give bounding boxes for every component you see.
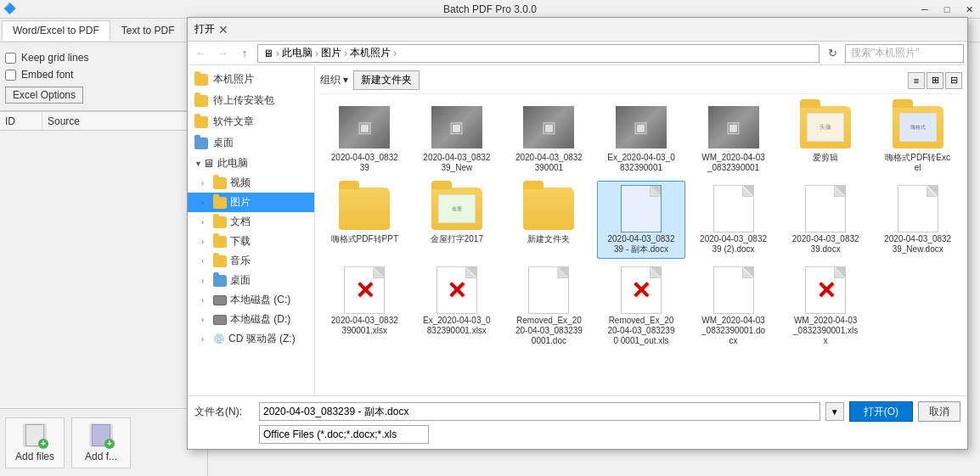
embed-font-checkbox[interactable] xyxy=(5,70,16,81)
folder-icon xyxy=(213,255,227,267)
file-item[interactable]: 头像 爱剪辑 xyxy=(781,99,870,177)
file-item[interactable]: Removed_Ex_2020-04-03_083239 0001.doc xyxy=(504,262,594,350)
file-item[interactable]: 2020-04-03_083239 xyxy=(320,99,409,177)
hdd-icon xyxy=(213,295,227,305)
view-list-button[interactable]: ≡ xyxy=(908,72,925,89)
embed-font-label: Embed font xyxy=(21,69,73,81)
file-name: WM_2020-04-03_0832390001.docx xyxy=(700,316,768,346)
file-thumbnail: 嗨格式 xyxy=(891,104,945,151)
sidebar-label-下载: 下载 xyxy=(230,234,251,249)
sidebar-item-z-drive[interactable]: › 💿 CD 驱动器 (Z:) xyxy=(188,329,314,349)
forward-button[interactable]: → xyxy=(213,44,232,63)
content-toolbar: 组织 ▾ 新建文件夹 ≡ ⊞ ⊟ xyxy=(320,70,962,94)
filetype-filter[interactable] xyxy=(259,425,429,444)
sidebar-item-待上传[interactable]: 待上传安装包 xyxy=(188,90,314,111)
docx-icon xyxy=(898,185,938,232)
sidebar-item-本机照片[interactable]: 本机照片 xyxy=(188,69,314,90)
close-button[interactable]: ✕ xyxy=(958,0,980,19)
xls-icon: ✕ xyxy=(621,266,662,314)
file-item[interactable]: WM_2020-04-03_0832390001 xyxy=(689,99,778,177)
file-thumbnail: 金屋 xyxy=(430,185,484,232)
docx-icon xyxy=(621,185,662,232)
filename-row: 文件名(N): ▼ 打开(O) 取消 xyxy=(194,401,960,422)
sidebar-item-d-drive[interactable]: › 本地磁盘 (D:) xyxy=(188,310,314,329)
file-item[interactable]: 2020-04-03_083239 (2).docx xyxy=(689,181,778,259)
file-item[interactable]: 2020-04-03_083239.docx xyxy=(781,181,870,259)
file-item[interactable]: 嗨格式 嗨格式PDF转Excel xyxy=(873,99,962,177)
view-grid-button[interactable]: ⊞ xyxy=(926,72,943,89)
left-options: Keep grid lines Embed font Excel Options xyxy=(0,42,207,111)
file-thumbnail xyxy=(430,104,484,151)
file-name: 2020-04-03_083239 xyxy=(330,153,398,173)
file-item[interactable]: 2020-04-03_083239_New.docx xyxy=(873,181,962,259)
dialog-close-button[interactable]: ✕ xyxy=(215,21,232,38)
refresh-button[interactable]: ↻ xyxy=(823,44,842,63)
sidebar-item-下载[interactable]: › 下载 xyxy=(188,232,314,251)
breadcrumb-bar[interactable]: 🖥 › 此电脑 › 图片 › 本机照片 › xyxy=(257,44,819,63)
view-details-button[interactable]: ⊟ xyxy=(945,72,962,89)
sidebar-item-此电脑[interactable]: ▼ 🖥 此电脑 xyxy=(188,154,314,173)
maximize-button[interactable]: □ xyxy=(936,0,958,19)
sidebar-item-视频[interactable]: › 视频 xyxy=(188,173,314,193)
file-item[interactable]: ✕ Removed_Ex_2020-04-03_0832390 0001_out… xyxy=(597,262,686,350)
filename-input[interactable] xyxy=(259,402,820,421)
file-item[interactable]: 2020-04-03_0832390001 xyxy=(504,99,594,177)
sidebar-item-桌面[interactable]: › 桌面 xyxy=(188,271,314,290)
file-thumbnail xyxy=(891,185,945,232)
folder-icon xyxy=(213,197,227,209)
keep-grid-checkbox[interactable] xyxy=(5,53,16,64)
back-button[interactable]: ← xyxy=(191,44,210,63)
xlsx-icon: ✕ xyxy=(344,266,385,314)
file-name: 2020-04-03_083239_New.docx xyxy=(884,234,952,255)
add-files-button-2[interactable]: + Add f... xyxy=(71,417,131,468)
file-item[interactable]: WM_2020-04-03_0832390001.docx xyxy=(689,262,778,350)
table-header: ID Source xyxy=(0,112,207,131)
sidebar-item-软件文章[interactable]: 软件文章 xyxy=(188,111,314,132)
file-item[interactable]: ✕ Ex_2020-04-03_0832390001.xlsx xyxy=(413,262,502,350)
file-item[interactable]: 2020-04-03_083239_New xyxy=(413,99,502,177)
new-folder-button[interactable]: 新建文件夹 xyxy=(353,70,420,90)
folder-icon-large xyxy=(339,188,390,230)
file-item[interactable]: ✕ 2020-04-03_0832390001.xlsx xyxy=(320,262,409,350)
organize-button[interactable]: 组织 ▾ xyxy=(320,73,348,87)
photo-icon xyxy=(431,106,482,148)
minimize-button[interactable]: ─ xyxy=(914,0,936,19)
breadcrumb-1: 此电脑 xyxy=(282,46,313,60)
cancel-button[interactable]: 取消 xyxy=(918,401,960,422)
file-thumbnail xyxy=(798,185,853,232)
folder-icon xyxy=(213,236,227,248)
keep-grid-option: Keep grid lines xyxy=(5,49,202,66)
file-item[interactable]: ✕ WM_2020-04-03_0832390001.xlsx xyxy=(781,262,870,350)
sidebar-item-图片[interactable]: › 图片 xyxy=(188,193,314,212)
file-item[interactable]: 嗨格式PDF转PPT xyxy=(320,181,409,259)
file-name: 金屋打字2017 xyxy=(431,234,483,244)
dialog-content: 组织 ▾ 新建文件夹 ≡ ⊞ ⊟ 2020-04-03_083239 xyxy=(315,65,967,395)
app-title: Batch PDF Pro 3.0.0 xyxy=(443,3,537,15)
breadcrumb-root: 🖥 xyxy=(263,48,273,59)
filename-dropdown-button[interactable]: ▼ xyxy=(825,402,844,421)
sidebar-label-视频: 视频 xyxy=(230,176,251,190)
sidebar-item-音乐[interactable]: › 音乐 xyxy=(188,251,314,271)
xlsx-icon: ✕ xyxy=(436,266,477,314)
sidebar-item-桌面-top[interactable]: 桌面 xyxy=(188,132,314,154)
folder-icon-large: 头像 xyxy=(800,106,851,148)
dialog-body: 本机照片 待上传安装包 软件文章 桌面 ▼ 🖥 此电脑 xyxy=(188,65,967,395)
tab-text[interactable]: Text to PDF xyxy=(110,20,186,41)
file-item[interactable]: Ex_2020-04-03_0832390001 xyxy=(597,99,686,177)
add-files-icon-2: + xyxy=(89,423,113,447)
up-button[interactable]: ↑ xyxy=(235,44,254,63)
excel-options-button[interactable]: Excel Options xyxy=(5,87,83,104)
search-box[interactable]: 搜索"本机照片" xyxy=(845,44,964,63)
sidebar-label-本机照片: 本机照片 xyxy=(213,72,254,87)
file-name: WM_2020-04-03_0832390001 xyxy=(700,153,768,173)
add-files-button[interactable]: + Add files xyxy=(5,417,65,468)
sidebar-item-文档[interactable]: › 文档 xyxy=(188,212,314,232)
tab-word-excel[interactable]: Word/Excel to PDF xyxy=(2,20,110,41)
file-item-selected[interactable]: 2020-04-03_083239 - 副本.docx xyxy=(597,181,686,259)
folder-blue-icon xyxy=(194,137,208,149)
file-item[interactable]: 金屋 金屋打字2017 xyxy=(413,181,502,259)
file-name: 2020-04-03_083239 (2).docx xyxy=(700,234,768,255)
file-item[interactable]: 新建文件夹 xyxy=(504,181,594,259)
sidebar-item-c-drive[interactable]: › 本地磁盘 (C:) xyxy=(188,290,314,310)
open-button[interactable]: 打开(O) xyxy=(849,401,913,422)
